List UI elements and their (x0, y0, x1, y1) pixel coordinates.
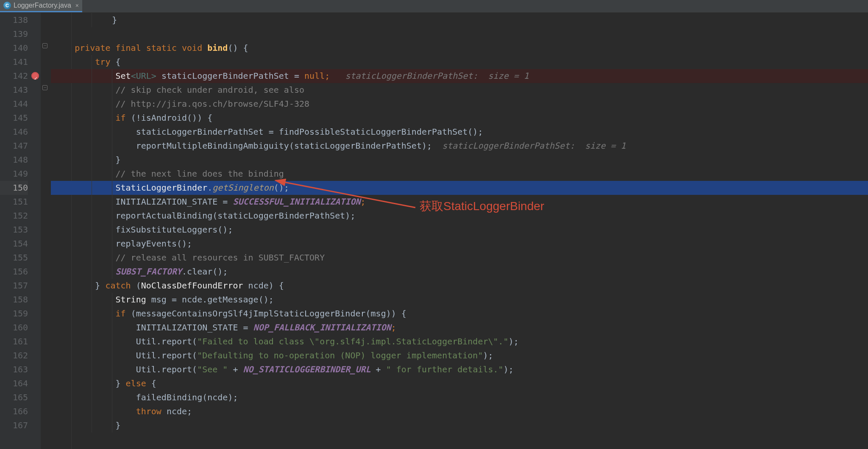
code-line[interactable]: INITIALIZATION_STATE = NOP_FALLBACK_INIT… (51, 321, 868, 335)
line-number[interactable]: 141 (0, 55, 28, 69)
tab-bar: LoggerFactory.java × (0, 0, 868, 13)
line-number[interactable]: 139 (0, 27, 28, 41)
line-number[interactable]: 160 (0, 321, 28, 335)
fold-toggle-icon[interactable]: − (42, 43, 47, 48)
code-line[interactable]: Util.report("See " + NO_STATICLOGGERBIND… (51, 363, 868, 377)
code-line[interactable]: fixSubstituteLoggers(); (51, 223, 868, 237)
line-gutter[interactable]: 1381391401411421431441451461471481491501… (0, 13, 41, 449)
code-line[interactable]: try { (51, 55, 868, 69)
code-line[interactable]: SUBST_FACTORY.clear(); (51, 265, 868, 279)
code-line[interactable]: // the next line does the binding (51, 167, 868, 181)
line-number[interactable]: 150 (0, 181, 28, 195)
code-line[interactable]: } (51, 153, 868, 167)
line-number[interactable]: 138 (0, 13, 28, 27)
line-number[interactable]: 149 (0, 167, 28, 181)
line-number[interactable]: 163 (0, 363, 28, 377)
line-number[interactable]: 151 (0, 195, 28, 209)
tab-filename: LoggerFactory.java (14, 2, 71, 9)
editor-area: 1381391401411421431441451461471481491501… (0, 13, 868, 449)
code-line[interactable]: // release all resources in SUBST_FACTOR… (51, 251, 868, 265)
code-line[interactable]: if (!isAndroid()) { (51, 111, 868, 125)
line-number[interactable]: 148 (0, 153, 28, 167)
code-line[interactable]: String msg = ncde.getMessage(); (51, 293, 868, 307)
code-line[interactable]: } (51, 419, 868, 432)
code-line[interactable]: Util.report("Defaulting to no-operation … (51, 349, 868, 363)
code-line[interactable]: private final static void bind() { (51, 41, 868, 55)
code-line[interactable]: reportMultipleBindingAmbiguity(staticLog… (51, 139, 868, 153)
code-area[interactable]: } private final static void bind() { try… (51, 13, 868, 449)
code-line[interactable]: } (51, 13, 868, 27)
fold-column[interactable]: − − (41, 13, 51, 449)
code-line[interactable]: replayEvents(); (51, 237, 868, 251)
code-line[interactable]: if (messageContainsOrgSlf4jImplStaticLog… (51, 307, 868, 321)
close-icon[interactable]: × (75, 2, 79, 9)
code-line[interactable]: failedBinding(ncde); (51, 391, 868, 405)
line-number[interactable]: 140 (0, 41, 28, 55)
code-line-breakpoint[interactable]: Set<URL> staticLoggerBinderPathSet = nul… (51, 69, 868, 83)
line-number[interactable]: 156 (0, 265, 28, 279)
line-number[interactable]: 166 (0, 405, 28, 419)
file-tab[interactable]: LoggerFactory.java × (0, 0, 82, 12)
line-number[interactable]: 157 (0, 279, 28, 293)
inline-debug-hint: staticLoggerBinderPathSet: size = 1 (442, 141, 626, 151)
code-line[interactable]: // http://jira.qos.ch/browse/SLF4J-328 (51, 97, 868, 111)
code-line[interactable]: staticLoggerBinderPathSet = findPossible… (51, 125, 868, 139)
code-line[interactable] (51, 27, 868, 41)
line-number[interactable]: 164 (0, 377, 28, 391)
inline-debug-hint: staticLoggerBinderPathSet: size = 1 (345, 71, 529, 81)
line-number[interactable]: 167 (0, 419, 28, 432)
line-number[interactable]: 144 (0, 97, 28, 111)
class-file-icon (3, 2, 11, 9)
line-number[interactable]: 159 (0, 307, 28, 321)
line-number[interactable]: 153 (0, 223, 28, 237)
code-line[interactable]: } else { (51, 377, 868, 391)
code-line[interactable]: // skip check under android, see also (51, 83, 868, 97)
line-number[interactable]: 147 (0, 139, 28, 153)
line-number[interactable]: 162 (0, 349, 28, 363)
line-number[interactable]: 145 (0, 111, 28, 125)
code-line-current[interactable]: StaticLoggerBinder.getSingleton(); (51, 181, 868, 195)
code-line[interactable]: INITIALIZATION_STATE = SUCCESSFUL_INITIA… (51, 195, 868, 209)
code-line[interactable]: reportActualBinding(staticLoggerBinderPa… (51, 209, 868, 223)
line-number[interactable]: 158 (0, 293, 28, 307)
fold-toggle-icon[interactable]: − (42, 85, 47, 90)
line-number[interactable]: 155 (0, 251, 28, 265)
line-number[interactable]: 152 (0, 209, 28, 223)
line-number[interactable]: 143 (0, 83, 28, 97)
code-line[interactable]: } catch (NoClassDefFoundError ncde) { (51, 279, 868, 293)
code-line[interactable]: Util.report("Failed to load class \"org.… (51, 335, 868, 349)
line-number[interactable]: 154 (0, 237, 28, 251)
line-number[interactable]: 161 (0, 335, 28, 349)
code-line[interactable]: throw ncde; (51, 405, 868, 419)
line-number[interactable]: 146 (0, 125, 28, 139)
line-number[interactable]: 142 (0, 69, 28, 83)
line-number[interactable]: 165 (0, 391, 28, 405)
